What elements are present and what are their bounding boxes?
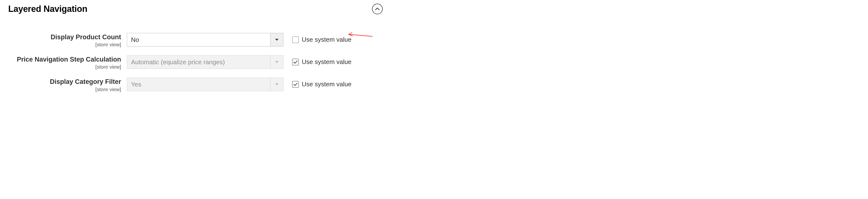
chevron-down-icon (270, 78, 283, 91)
field-scope: [store view] (8, 86, 121, 92)
field-scope: [store view] (8, 41, 121, 48)
field-label-col: Display Product Count [store view] (8, 33, 127, 48)
use-system-value-checkbox[interactable] (292, 81, 299, 88)
display-product-count-select[interactable]: No (127, 33, 283, 47)
use-system-value-col: Use system value (283, 78, 351, 88)
price-navigation-step-calculation-select: Automatic (equalize price ranges) (127, 55, 283, 69)
field-row-price-navigation-step-calculation: Price Navigation Step Calculation [store… (8, 55, 383, 70)
use-system-value-checkbox[interactable] (292, 36, 299, 43)
section-header: Layered Navigation (8, 0, 383, 18)
field-row-display-category-filter: Display Category Filter [store view] Yes (8, 78, 383, 92)
select-value: No (127, 33, 270, 46)
display-category-filter-select: Yes (127, 78, 283, 91)
checkmark-icon (293, 83, 298, 86)
chevron-down-icon (270, 33, 283, 46)
fields-container: Display Product Count [store view] No Us… (8, 18, 383, 92)
use-system-value-label: Use system value (302, 81, 351, 88)
use-system-value-col: Use system value (283, 33, 351, 44)
section-title: Layered Navigation (8, 4, 87, 14)
field-scope: [store view] (8, 64, 121, 70)
layered-navigation-section: Layered Navigation Display Product Count… (0, 0, 383, 92)
field-label: Display Category Filter (8, 78, 121, 86)
chevron-down-icon (270, 56, 283, 68)
field-label: Price Navigation Step Calculation (8, 56, 121, 63)
use-system-value-checkbox[interactable] (292, 59, 299, 65)
collapse-section-button[interactable] (372, 4, 383, 14)
field-label: Display Product Count (8, 33, 121, 41)
use-system-value-label: Use system value (302, 36, 351, 44)
use-system-value-label: Use system value (302, 58, 351, 66)
field-label-col: Price Navigation Step Calculation [store… (8, 55, 127, 70)
field-label-col: Display Category Filter [store view] (8, 78, 127, 92)
select-value: Yes (127, 78, 270, 91)
field-row-display-product-count: Display Product Count [store view] No Us… (8, 33, 383, 48)
select-value: Automatic (equalize price ranges) (127, 56, 270, 68)
use-system-value-col: Use system value (283, 55, 351, 66)
checkmark-icon (293, 60, 298, 64)
chevron-up-icon (375, 7, 379, 10)
